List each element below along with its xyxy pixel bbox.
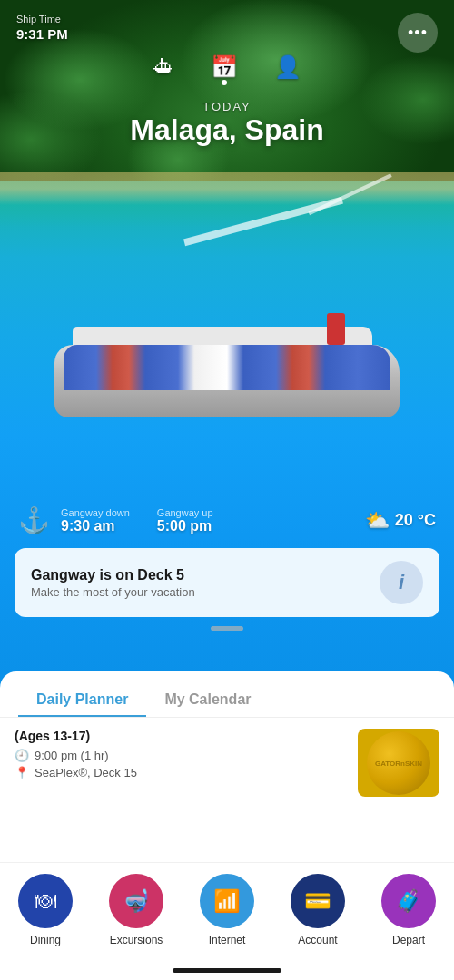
location-title: Malaga, Spain <box>130 113 323 147</box>
event-location: SeaPlex®, Deck 15 <box>35 766 137 779</box>
today-label: TODAY <box>130 100 323 113</box>
event-time: 9:00 pm (1 hr) <box>35 749 109 762</box>
hero-section: Ship Time 9:31 PM ••• ⛴ 📅 👤 TODAY Malaga… <box>0 0 454 690</box>
event-age-range: (Ages 13-17) <box>15 729 347 743</box>
content-area: (Ages 13-17) 🕘 9:00 pm (1 hr) 📍 SeaPlex®… <box>0 718 454 808</box>
ball-image <box>367 731 430 795</box>
scroll-indicator <box>211 626 243 631</box>
event-location-row: 📍 SeaPlex®, Deck 15 <box>15 766 347 779</box>
ship-nav-icon[interactable]: ⛴ <box>153 54 174 80</box>
gangway-up: Gangway up 5:00 pm <box>157 507 213 534</box>
calendar-nav-icon[interactable]: 📅 <box>211 54 238 80</box>
ship-time-value: 9:31 PM <box>16 25 438 44</box>
gangway-up-time: 5:00 pm <box>157 518 212 534</box>
dining-circle: 🍽 <box>18 874 73 928</box>
person-nav-icon[interactable]: 👤 <box>274 54 301 80</box>
nav-icons-bar: ⛴ 📅 👤 <box>153 54 301 80</box>
nav-item-internet[interactable]: 📶 Internet <box>200 874 254 946</box>
excursions-circle: 🤿 <box>109 874 163 928</box>
home-indicator <box>173 968 281 973</box>
event-time-row: 🕘 9:00 pm (1 hr) <box>15 749 347 762</box>
gangway-info-button[interactable]: i <box>380 561 423 604</box>
gangway-times: Gangway down 9:30 am Gangway up 5:00 pm <box>61 507 213 534</box>
gangway-card[interactable]: Gangway is on Deck 5 Make the most of yo… <box>15 548 439 617</box>
event-thumbnail <box>358 729 439 797</box>
depart-label: Depart <box>392 934 425 946</box>
gangway-card-subtitle: Make the most of your vacation <box>31 585 195 599</box>
nav-item-account[interactable]: 💳 Account <box>291 874 345 946</box>
gangway-card-text: Gangway is on Deck 5 Make the most of yo… <box>31 567 195 599</box>
weather-icon: ⛅ <box>365 509 390 533</box>
gangway-down-time: 9:30 am <box>61 518 115 534</box>
ship-illustration <box>54 327 400 436</box>
tabs-bar: Daily Planner My Calendar <box>0 681 454 718</box>
ship-time-block: Ship Time 9:31 PM <box>16 13 438 44</box>
account-label: Account <box>298 934 337 946</box>
today-section: TODAY Malaga, Spain <box>130 100 323 147</box>
ship-funnel <box>327 313 345 345</box>
internet-icon: 📶 <box>213 888 241 914</box>
message-icon: ••• <box>408 24 428 43</box>
gangway-card-title: Gangway is on Deck 5 <box>31 567 195 583</box>
ship-time-label: Ship Time <box>16 13 438 25</box>
event-details: (Ages 13-17) 🕘 9:00 pm (1 hr) 📍 SeaPlex®… <box>15 729 347 779</box>
weather-info: ⛅ 20 °C <box>365 509 436 533</box>
account-circle: 💳 <box>291 874 345 928</box>
nav-item-excursions[interactable]: 🤿 Excursions <box>109 874 163 946</box>
weather-temp: 20 °C <box>395 511 436 530</box>
depart-circle: 🧳 <box>381 874 436 928</box>
depart-icon: 🧳 <box>395 888 422 914</box>
message-button[interactable]: ••• <box>398 13 438 53</box>
anchor-icon: ⚓ <box>18 505 50 535</box>
nav-item-dining[interactable]: 🍽 Dining <box>18 874 73 946</box>
tab-my-calendar[interactable]: My Calendar <box>146 681 269 717</box>
gangway-up-label: Gangway up <box>157 507 213 518</box>
excursions-icon: 🤿 <box>123 888 150 914</box>
internet-label: Internet <box>209 934 246 946</box>
dining-label: Dining <box>30 934 61 946</box>
info-icon: i <box>399 571 404 594</box>
bottom-navigation: 🍽 Dining 🤿 Excursions 📶 Internet 💳 Accou… <box>0 862 454 980</box>
clock-icon: 🕘 <box>15 749 29 762</box>
account-icon: 💳 <box>304 888 331 914</box>
app-header: Ship Time 9:31 PM ••• <box>0 0 454 44</box>
gangway-down: Gangway down 9:30 am <box>61 507 130 534</box>
nav-item-depart[interactable]: 🧳 Depart <box>381 874 436 946</box>
tab-daily-planner[interactable]: Daily Planner <box>18 681 146 717</box>
bottom-panel: Daily Planner My Calendar (Ages 13-17) 🕘… <box>0 671 454 980</box>
shore-line <box>0 172 454 227</box>
internet-circle: 📶 <box>200 874 254 928</box>
excursions-label: Excursions <box>110 934 163 946</box>
dining-icon: 🍽 <box>35 888 56 914</box>
pin-icon: 📍 <box>15 766 29 779</box>
gangway-down-label: Gangway down <box>61 507 130 518</box>
ship-body <box>54 345 400 417</box>
gangway-info-row: ⚓ Gangway down 9:30 am Gangway up 5:00 p… <box>0 505 454 535</box>
